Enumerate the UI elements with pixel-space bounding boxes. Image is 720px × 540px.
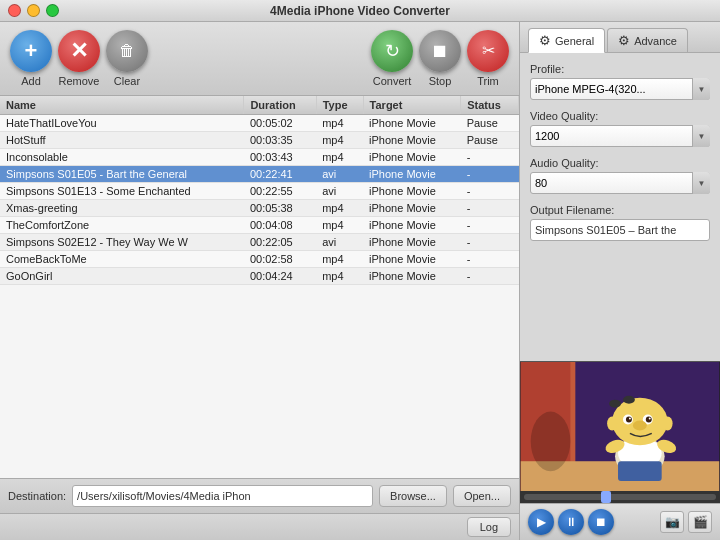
clear-button[interactable]: 🗑 Clear bbox=[106, 30, 148, 87]
trim-icon: ✂ bbox=[467, 30, 509, 72]
media-action-icons: 📷 🎬 bbox=[660, 511, 712, 533]
profile-label: Profile: bbox=[530, 63, 710, 75]
destination-input[interactable] bbox=[72, 485, 373, 507]
profile-select-wrapper: iPhone MPEG-4(320... ▼ bbox=[530, 78, 710, 100]
cell-name: TheComfortZone bbox=[0, 217, 244, 234]
table-row[interactable]: HotStuff00:03:35mp4iPhone MoviePause bbox=[0, 132, 519, 149]
profile-group: Profile: iPhone MPEG-4(320... ▼ bbox=[530, 63, 710, 100]
window-controls[interactable] bbox=[8, 4, 59, 17]
table-row[interactable]: GoOnGirl00:04:24mp4iPhone Movie- bbox=[0, 268, 519, 285]
table-row[interactable]: Inconsolable00:03:43mp4iPhone Movie- bbox=[0, 149, 519, 166]
progress-thumb bbox=[601, 491, 611, 503]
table-row[interactable]: Simpsons S02E12 - They Way We W00:22:05a… bbox=[0, 234, 519, 251]
cell-duration: 00:05:38 bbox=[244, 200, 316, 217]
cell-duration: 00:02:58 bbox=[244, 251, 316, 268]
svg-point-10 bbox=[609, 400, 621, 408]
svg-point-20 bbox=[663, 417, 673, 431]
title-bar: 4Media iPhone Video Converter bbox=[0, 0, 720, 22]
cell-name: HateThatILoveYou bbox=[0, 115, 244, 132]
audio-quality-select-wrapper: 80 ▼ bbox=[530, 172, 710, 194]
table-row[interactable]: HateThatILoveYou00:05:02mp4iPhone MovieP… bbox=[0, 115, 519, 132]
progress-track[interactable] bbox=[524, 494, 716, 500]
cell-type: mp4 bbox=[316, 200, 363, 217]
clear-icon: 🗑 bbox=[106, 30, 148, 72]
add-button[interactable]: + Add bbox=[10, 30, 52, 87]
cell-status: - bbox=[461, 251, 519, 268]
tab-advance-label: Advance bbox=[634, 35, 677, 47]
playback-buttons: ▶ ⏸ ⏹ bbox=[528, 509, 614, 535]
audio-quality-select[interactable]: 80 bbox=[530, 172, 710, 194]
video-quality-label: Video Quality: bbox=[530, 110, 710, 122]
cell-target: iPhone Movie bbox=[363, 251, 461, 268]
cell-target: iPhone Movie bbox=[363, 115, 461, 132]
maximize-button[interactable] bbox=[46, 4, 59, 17]
cell-status: - bbox=[461, 217, 519, 234]
cell-duration: 00:04:24 bbox=[244, 268, 316, 285]
video-quality-select-wrapper: 1200 ▼ bbox=[530, 125, 710, 147]
table-row[interactable]: Simpsons S01E13 - Some Enchanted00:22:55… bbox=[0, 183, 519, 200]
table-header-row: Name Duration Type Target Status bbox=[0, 96, 519, 115]
video-preview bbox=[520, 361, 720, 491]
pause-button[interactable]: ⏸ bbox=[558, 509, 584, 535]
svg-point-15 bbox=[646, 417, 652, 423]
table-row[interactable]: ComeBackToMe00:02:58mp4iPhone Movie- bbox=[0, 251, 519, 268]
output-filename-label: Output Filename: bbox=[530, 204, 710, 216]
left-panel: + Add ✕ Remove 🗑 Clear ↻ bbox=[0, 22, 520, 540]
remove-button[interactable]: ✕ Remove bbox=[58, 30, 100, 87]
cell-name: Simpsons S01E05 - Bart the General bbox=[0, 166, 244, 183]
playback-controls: ▶ ⏸ ⏹ 📷 🎬 bbox=[520, 503, 720, 540]
profile-select[interactable]: iPhone MPEG-4(320... bbox=[530, 78, 710, 100]
cell-duration: 00:22:05 bbox=[244, 234, 316, 251]
cell-duration: 00:22:41 bbox=[244, 166, 316, 183]
cell-target: iPhone Movie bbox=[363, 183, 461, 200]
tab-advance[interactable]: ⚙ Advance bbox=[607, 28, 688, 52]
table-row[interactable]: TheComfortZone00:04:08mp4iPhone Movie- bbox=[0, 217, 519, 234]
svg-point-14 bbox=[626, 417, 632, 423]
table-row[interactable]: Xmas-greeting00:05:38mp4iPhone Movie- bbox=[0, 200, 519, 217]
convert-label: Convert bbox=[373, 75, 412, 87]
cell-target: iPhone Movie bbox=[363, 217, 461, 234]
trim-label: Trim bbox=[477, 75, 499, 87]
tab-general[interactable]: ⚙ General bbox=[528, 28, 605, 53]
cell-type: mp4 bbox=[316, 217, 363, 234]
audio-quality-label: Audio Quality: bbox=[530, 157, 710, 169]
stop-button[interactable]: ⏹ Stop bbox=[419, 30, 461, 87]
cell-target: iPhone Movie bbox=[363, 166, 461, 183]
cell-duration: 00:22:55 bbox=[244, 183, 316, 200]
cell-type: avi bbox=[316, 234, 363, 251]
convert-button[interactable]: ↻ Convert bbox=[371, 30, 413, 87]
video-quality-select[interactable]: 1200 bbox=[530, 125, 710, 147]
cell-name: Simpsons S02E12 - They Way We W bbox=[0, 234, 244, 251]
cell-type: mp4 bbox=[316, 251, 363, 268]
trim-button[interactable]: ✂ Trim bbox=[467, 30, 509, 87]
tab-general-label: General bbox=[555, 35, 594, 47]
cell-name: ComeBackToMe bbox=[0, 251, 244, 268]
table-row[interactable]: Simpsons S01E05 - Bart the General00:22:… bbox=[0, 166, 519, 183]
svg-point-16 bbox=[629, 418, 631, 420]
output-filename-group: Output Filename: bbox=[530, 204, 710, 241]
svg-rect-6 bbox=[618, 461, 662, 481]
screenshot-button[interactable]: 📷 bbox=[660, 511, 684, 533]
cell-name: Simpsons S01E13 - Some Enchanted bbox=[0, 183, 244, 200]
cell-type: avi bbox=[316, 166, 363, 183]
play-button[interactable]: ▶ bbox=[528, 509, 554, 535]
open-button[interactable]: Open... bbox=[453, 485, 511, 507]
clear-label: Clear bbox=[114, 75, 140, 87]
gear-icon: ⚙ bbox=[539, 33, 551, 48]
output-filename-input[interactable] bbox=[530, 219, 710, 241]
log-button[interactable]: Log bbox=[467, 517, 511, 537]
svg-point-11 bbox=[623, 396, 635, 404]
app-title: 4Media iPhone Video Converter bbox=[270, 4, 450, 18]
browse-button[interactable]: Browse... bbox=[379, 485, 447, 507]
close-button[interactable] bbox=[8, 4, 21, 17]
cell-type: mp4 bbox=[316, 132, 363, 149]
convert-icon: ↻ bbox=[371, 30, 413, 72]
minimize-button[interactable] bbox=[27, 4, 40, 17]
main-container: + Add ✕ Remove 🗑 Clear ↻ bbox=[0, 22, 720, 540]
video-clip-button[interactable]: 🎬 bbox=[688, 511, 712, 533]
cell-name: Inconsolable bbox=[0, 149, 244, 166]
file-list[interactable]: Name Duration Type Target Status HateTha… bbox=[0, 96, 519, 478]
file-table: Name Duration Type Target Status HateTha… bbox=[0, 96, 519, 285]
right-settings: Profile: iPhone MPEG-4(320... ▼ Video Qu… bbox=[520, 53, 720, 361]
stop-playback-button[interactable]: ⏹ bbox=[588, 509, 614, 535]
